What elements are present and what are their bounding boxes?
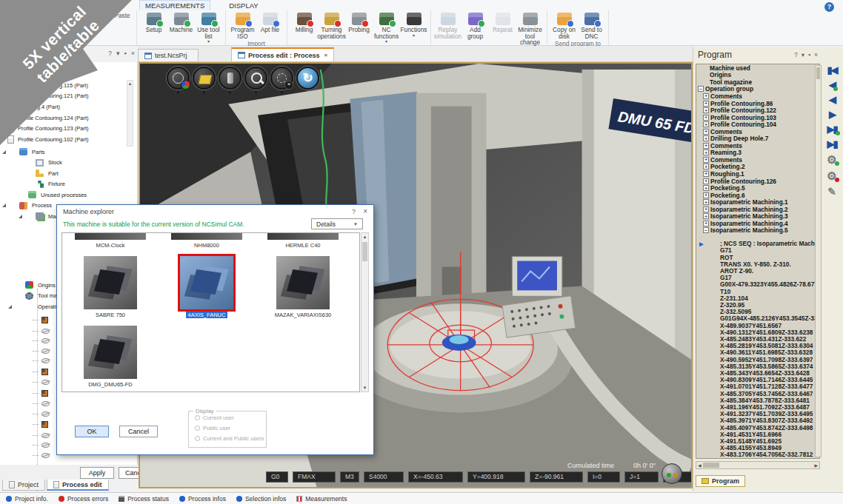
scroll-left-icon[interactable]: ◀ [698,463,702,468]
operation-node[interactable] [33,358,50,363]
status-bar-item[interactable]: Process status [119,495,169,503]
machine-item[interactable]: HERMLE C40 [267,233,339,249]
ribbon-button[interactable]: Replay simulation [434,11,462,46]
machine-item[interactable]: NHM8000 [171,233,242,249]
expander-icon[interactable] [2,150,9,154]
panel-control-icon[interactable]: ? [794,51,798,58]
ribbon-button[interactable]: Use tool list▾ [195,11,222,44]
program-tree-item[interactable]: Machine used [696,64,819,72]
program-tree-item[interactable]: Isoparametric Machining.5 [696,227,819,235]
tool-add-icon[interactable]: ⚙ [827,154,836,165]
machine-item[interactable]: SABRE 750 [84,256,137,318]
expander-icon[interactable] [703,164,709,169]
panel-control-icon[interactable]: ▾ [802,51,804,58]
ribbon-button[interactable]: Repeat [489,11,516,46]
operation-node[interactable] [33,433,50,438]
scroll-down-icon[interactable]: ▼ [361,384,368,392]
program-tree-item[interactable]: Pocketing.5 [696,184,819,192]
expander-icon[interactable] [703,107,709,113]
expander-icon[interactable] [703,178,709,184]
ribbon-button[interactable]: NC functions▾ [373,11,400,44]
apply-button[interactable]: Apply [80,467,114,479]
program-tree-item[interactable]: Profile Contouring.122 [696,107,819,114]
expander-icon[interactable] [703,213,709,219]
ribbon-button[interactable]: Copy on disk [550,11,578,39]
panel-control-icon[interactable]: ▾ [116,50,120,57]
program-tree-item[interactable]: Reaming.3 [696,149,819,157]
expander-icon[interactable] [703,129,709,135]
machine-state-icon[interactable] [662,463,682,484]
ribbon-button[interactable]: Minimize tool change [516,11,544,46]
program-tab[interactable]: Program [696,475,745,487]
next-operation-icon[interactable]: ▶▮ [827,124,836,134]
machine-item[interactable]: MCM-Clock [75,233,146,249]
program-tree-item[interactable]: Origins [696,72,819,79]
status-bar-item[interactable]: Selection infos [236,495,286,503]
program-tree-item[interactable]: Pocketing.2 [696,164,819,171]
expander-icon[interactable] [703,121,709,127]
operation-node[interactable] [33,329,50,334]
go-last-icon[interactable]: ▶▮ [827,139,836,149]
machine-item[interactable]: MAZAK_VARIAXIS630 [273,256,334,318]
program-tree-item[interactable]: Profile Contouring.103 [696,114,819,121]
close-icon[interactable]: × [324,52,328,58]
program-tree-item[interactable]: Drilling Deep Hole.7 [696,135,819,142]
program-tree-item[interactable]: Roughing.1 [696,170,819,178]
operation-node[interactable] [33,380,50,385]
tree-item[interactable]: Fixture [0,179,138,190]
edit-icon[interactable]: ✎ [827,187,836,197]
tree-item[interactable]: Stock [0,158,138,169]
operation-node[interactable] [33,338,50,343]
scroll-thumb[interactable] [816,67,820,79]
program-tree-item[interactable]: Isoparametric Machining.1 [696,198,819,206]
expander-icon[interactable] [703,199,709,205]
dialog-close-icon[interactable]: × [363,207,367,215]
program-tree-item[interactable]: Isoparametric Machining.2 [696,206,819,213]
ribbon-button[interactable]: Send to DNC [578,11,605,39]
radio-icon[interactable] [195,436,200,441]
ok-button[interactable]: OK [75,426,109,437]
program-tree-item[interactable]: Comments [696,156,819,164]
operation-node[interactable] [33,421,50,428]
details-dropdown[interactable]: Details▼ [311,218,363,229]
machine-item[interactable]: DMG_DMU65-FD [84,326,137,388]
panel-control-icon[interactable]: × [814,51,818,58]
panel-tab[interactable]: Project [2,480,45,491]
program-tree-item[interactable]: Profile Contouring.86 [696,100,819,107]
go-first-icon[interactable]: ▮◀ [827,65,836,75]
expander-icon[interactable] [703,185,709,191]
operation-node[interactable] [33,443,50,448]
panel-tab[interactable]: Process edit [47,480,109,491]
status-bar-item[interactable]: Process errors [59,495,108,503]
operation-list-item[interactable]: Profile Contouring.102 (Part) [7,134,127,145]
tree-item[interactable]: Parts [0,147,138,158]
program-tree-item[interactable]: Tool magazine [696,78,819,86]
expander-icon[interactable] [703,115,709,121]
panel-control-icon[interactable]: ▪ [808,51,810,58]
operation-node[interactable] [33,401,50,406]
prev-operation-icon[interactable]: ◀ [829,80,835,90]
operation-list-scrollbar[interactable]: ▲ [127,80,133,147]
program-tree-item[interactable]: Operation group [696,86,819,93]
document-tab[interactable]: test.NcsPrj [138,49,199,62]
expander-icon[interactable] [703,171,709,177]
operation-list-item[interactable]: Profile Contouring.123 (Part) [7,123,127,134]
program-tree-item[interactable]: Profile Contouring.104 [696,121,819,128]
ribbon-button[interactable]: Functions▾ [400,11,427,44]
stock-icon[interactable] [193,67,216,90]
operation-node[interactable] [33,369,50,375]
program-tree-item[interactable]: Comments [696,128,819,135]
zoom-icon[interactable] [244,67,267,90]
ribbon-button[interactable]: Turning operations [318,11,345,44]
gcode-listing[interactable]: ; NCS SEQ : Isoparametric MachiniG71ROTT… [696,241,819,459]
program-tree-item[interactable]: Pocketing.6 [696,192,819,199]
expander-icon[interactable] [703,93,709,99]
expander-icon[interactable] [703,149,709,155]
cancel-button[interactable]: Cancel [119,426,158,437]
program-horizontal-scrollbar[interactable]: ◀ ▶ [696,461,820,469]
scroll-thumb[interactable] [703,463,719,468]
operation-node[interactable] [33,317,50,323]
machine-list-scrollbar[interactable]: ▲ ▼ [361,232,369,392]
status-bar-item[interactable]: Process infos [179,495,226,503]
ribbon-button[interactable]: Program ISO [229,11,256,39]
